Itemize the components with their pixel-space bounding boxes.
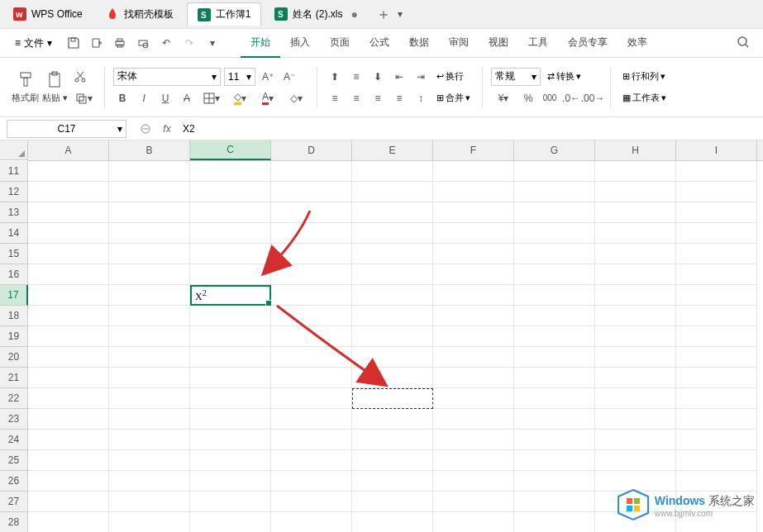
decrease-indent-button[interactable]: ⇤ — [390, 68, 408, 86]
cell-I15[interactable] — [676, 244, 757, 264]
col-header-G[interactable]: G — [514, 140, 595, 160]
row-header-12[interactable]: 12 — [0, 182, 28, 202]
percent-button[interactable]: % — [519, 89, 537, 107]
cell-E23[interactable] — [352, 409, 433, 430]
increase-decimal-button[interactable]: .00→ — [584, 89, 602, 107]
col-header-A[interactable]: A — [28, 140, 109, 160]
search-icon[interactable] — [737, 36, 753, 51]
row-header-21[interactable]: 21 — [0, 368, 28, 388]
menu-tab-view[interactable]: 视图 — [479, 29, 518, 58]
cell-A20[interactable] — [28, 347, 109, 368]
col-header-F[interactable]: F — [433, 140, 514, 160]
align-justify-button[interactable]: ≡ — [390, 89, 408, 107]
cell-D11[interactable] — [271, 161, 352, 182]
cell-C12[interactable] — [190, 182, 271, 202]
cell-E28[interactable] — [352, 512, 433, 532]
save-button[interactable] — [65, 35, 82, 51]
wrap-text-button[interactable]: ↩换行 — [433, 68, 467, 86]
close-icon[interactable]: ● — [351, 7, 357, 21]
cell-B26[interactable] — [109, 471, 190, 492]
cell-G28[interactable] — [514, 512, 595, 532]
cell-I17[interactable] — [676, 285, 757, 306]
cell-C15[interactable] — [190, 244, 271, 264]
cell-C11[interactable] — [190, 161, 271, 182]
align-middle-button[interactable]: ≡ — [347, 68, 365, 86]
cell-A15[interactable] — [28, 244, 109, 264]
cell-E18[interactable] — [352, 306, 433, 326]
increase-font-button[interactable]: A⁺ — [259, 68, 277, 86]
cell-G13[interactable] — [514, 202, 595, 223]
cell-A27[interactable] — [28, 492, 109, 512]
cell-D23[interactable] — [271, 409, 352, 430]
menu-tab-formula[interactable]: 公式 — [360, 29, 399, 58]
increase-indent-button[interactable]: ⇥ — [412, 68, 430, 86]
cell-G26[interactable] — [514, 471, 595, 492]
format-painter-button[interactable]: 格式刷 — [12, 70, 39, 104]
cell-H25[interactable] — [595, 450, 676, 471]
print-preview-button[interactable] — [135, 35, 151, 51]
cell-F15[interactable] — [433, 244, 514, 264]
cell-A22[interactable] — [28, 388, 109, 409]
cell-B25[interactable] — [109, 450, 190, 471]
menu-tab-member[interactable]: 会员专享 — [558, 29, 618, 58]
cell-C17[interactable]: X2 — [190, 285, 271, 306]
col-header-C[interactable]: C — [190, 140, 271, 160]
cell-F14[interactable] — [433, 223, 514, 244]
file-menu[interactable]: ≡ 文件 ▾ — [10, 34, 57, 53]
cell-I20[interactable] — [676, 347, 757, 368]
cell-G11[interactable] — [514, 161, 595, 182]
cell-B13[interactable] — [109, 202, 190, 223]
cell-H11[interactable] — [595, 161, 676, 182]
row-header-18[interactable]: 18 — [0, 306, 28, 326]
cell-B20[interactable] — [109, 347, 190, 368]
bold-button[interactable]: B — [113, 89, 131, 107]
cell-D13[interactable] — [271, 202, 352, 223]
align-right-button[interactable]: ≡ — [369, 89, 387, 107]
cell-H16[interactable] — [595, 264, 676, 285]
row-header-14[interactable]: 14 — [0, 223, 28, 244]
row-header-16[interactable]: 16 — [0, 264, 28, 285]
align-top-button[interactable]: ⬆ — [326, 68, 344, 86]
cell-D16[interactable] — [271, 264, 352, 285]
cell-E22[interactable] — [352, 388, 433, 409]
cell-D19[interactable] — [271, 326, 352, 347]
col-header-H[interactable]: H — [595, 140, 676, 160]
cell-I14[interactable] — [676, 223, 757, 244]
align-left-button[interactable]: ≡ — [326, 89, 344, 107]
cell-D17[interactable] — [271, 285, 352, 306]
cell-I13[interactable] — [676, 202, 757, 223]
underline-button[interactable]: U — [156, 89, 174, 107]
cell-I23[interactable] — [676, 409, 757, 430]
cell-G19[interactable] — [514, 326, 595, 347]
cell-I12[interactable] — [676, 182, 757, 202]
cell-B19[interactable] — [109, 326, 190, 347]
cell-E14[interactable] — [352, 223, 433, 244]
row-header-26[interactable]: 26 — [0, 471, 28, 492]
cell-H17[interactable] — [595, 285, 676, 306]
add-tab-button[interactable]: ＋ — [376, 4, 391, 24]
cell-C24[interactable] — [190, 430, 271, 450]
cell-D27[interactable] — [271, 492, 352, 512]
cell-G15[interactable] — [514, 244, 595, 264]
italic-button[interactable]: I — [135, 89, 153, 107]
tab-wps-office[interactable]: W WPS Office — [3, 2, 93, 26]
cell-H22[interactable] — [595, 388, 676, 409]
menu-tab-page[interactable]: 页面 — [320, 29, 360, 58]
cell-H23[interactable] — [595, 409, 676, 430]
cell-E15[interactable] — [352, 244, 433, 264]
row-header-13[interactable]: 13 — [0, 202, 28, 223]
cell-F23[interactable] — [433, 409, 514, 430]
cell-H19[interactable] — [595, 326, 676, 347]
cell-G16[interactable] — [514, 264, 595, 285]
cell-A21[interactable] — [28, 368, 109, 388]
orientation-button[interactable]: ↕ — [412, 89, 430, 107]
row-header-25[interactable]: 25 — [0, 450, 28, 471]
cell-A13[interactable] — [28, 202, 109, 223]
cell-F13[interactable] — [433, 202, 514, 223]
tab-workbook1[interactable]: S 工作簿1 — [187, 2, 262, 26]
col-header-B[interactable]: B — [109, 140, 190, 160]
undo-button[interactable]: ↶ — [158, 35, 174, 51]
cell-B14[interactable] — [109, 223, 190, 244]
cell-G22[interactable] — [514, 388, 595, 409]
cell-A12[interactable] — [28, 182, 109, 202]
